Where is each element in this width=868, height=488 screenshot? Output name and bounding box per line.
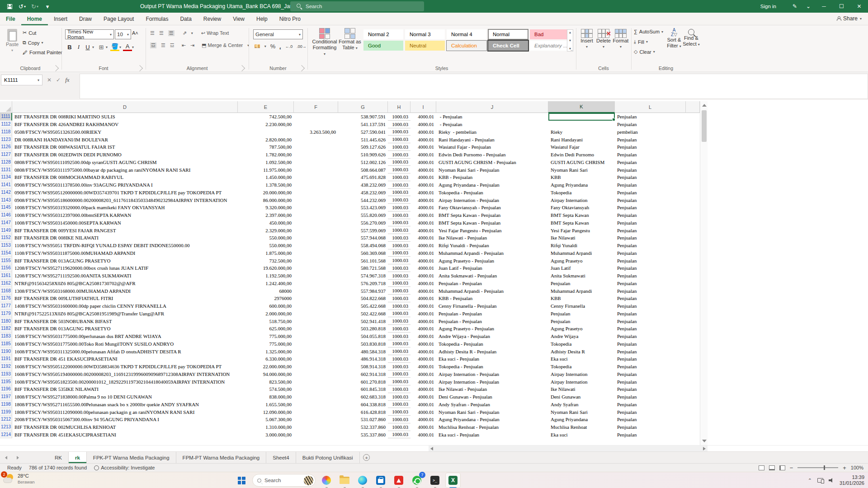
maximize-button[interactable]: ☐ [833,0,850,13]
cell-I1146[interactable]: 4000.01 [410,211,436,219]
cell-J1176[interactable]: KBB - Penjualan [436,295,548,302]
cell-F1152[interactable] [294,234,338,242]
ribbon-tab-review[interactable]: Review [198,13,227,25]
sign-in-button[interactable]: Sign in [760,4,776,9]
row-header-1128[interactable]: 1128 [0,159,12,166]
cell-E1185[interactable]: 775.000,00 [238,340,294,348]
row-header-1143[interactable]: 1143 [0,196,12,204]
cell-H1196[interactable]: 1000.03 [388,385,410,393]
sheet-nav-left-icon[interactable] [0,452,12,463]
cell-H1155[interactable]: 1000.03 [388,257,410,264]
cell-F1182[interactable] [294,325,338,333]
cell-G1192[interactable]: 508.914.318 [338,363,388,371]
ribbon-tab-nitro-pro[interactable]: Nitro Pro [274,13,307,25]
cell-L1143[interactable]: Penjualan [615,196,686,204]
titlebar-search-box[interactable]: Search [290,1,424,11]
cell-E1177[interactable]: 600.000,00 [238,302,294,310]
cell-L1193[interactable]: Penjualan [615,371,686,378]
cell-K1197[interactable]: Deni Gunawan [548,393,615,401]
cell-K1192[interactable]: Tokopedia [548,363,615,371]
cell-D1162[interactable]: NTRF@915634258X0Z6 805@BCA25081730702@@A… [12,280,238,287]
cell-F1214[interactable] [294,431,338,439]
cell-J1118[interactable]: Rieky - pembelian [436,128,548,136]
row-header-1149[interactable]: 1149 [0,226,12,234]
orientation-icon[interactable]: ⇗ [183,30,187,36]
vertical-scroll-thumb[interactable] [702,110,707,142]
bold-button[interactable]: B [65,42,74,52]
cell-I1111[interactable]: 4000.01 [410,113,436,121]
taskbar-search-box[interactable]: Search [252,474,316,487]
row-header-1179[interactable]: 1179 [0,310,12,318]
cell-H1176[interactable]: 1000.03 [388,295,410,302]
cell-I1192[interactable]: 4000.01 [410,363,436,371]
cell-I1212[interactable]: 4000.01 [410,416,436,423]
cell-J1183[interactable]: Andre Wijaya - Penjualan [436,333,548,340]
cell-E1126[interactable]: 787.500,00 [238,143,294,151]
cell-G1126[interactable]: 509.127.626 [338,143,388,151]
cell-I1118[interactable]: 4000.01 [410,128,436,136]
insert-function-icon[interactable]: fx [65,76,69,84]
cell-F1145[interactable] [294,204,338,211]
sheet-tab-fpm-pt-warna-media-packaging[interactable]: FPM-PT Warna Media Packaging [176,452,267,463]
cell-D1131[interactable]: 0808/FTSCY/WS9503111975000.00bayar dp pa… [12,166,238,174]
cell-L1134[interactable]: Penjualan [615,174,686,181]
cell-H1193[interactable]: 1000.03 [388,371,410,378]
undo-button[interactable]: ↺▾ [16,1,28,11]
cell-G1168[interactable]: 557.984.937 [338,287,388,295]
row-header-1142[interactable]: 1142 [0,189,12,197]
cell-K1183[interactable]: Andre Wijaya [548,333,615,340]
cell-J1197[interactable]: Deni Gunawan - Penjualan [436,393,548,401]
cell-I1156[interactable]: 4000.01 [410,264,436,272]
row-header-1168[interactable]: 1168 [0,287,12,295]
cell-K1214[interactable]: Eka suci [548,431,615,439]
select-all-corner[interactable] [0,101,12,113]
cell-H1162[interactable]: 1000.03 [388,280,410,287]
cell-H1191[interactable]: 1000.03 [388,355,410,363]
speaker-icon[interactable] [829,478,834,483]
column-header-H[interactable]: H [388,101,410,113]
cell-F1143[interactable] [294,196,338,204]
cell-J1146[interactable]: BMT Septa Kawan - Penjualan [436,211,548,219]
accessibility-status[interactable]: Accessibility: Investigate [94,465,155,470]
cell-F1154[interactable] [294,249,338,257]
cell-H1141[interactable]: 1000.03 [388,181,410,189]
cell-F1153[interactable] [294,242,338,249]
horizontal-scrollbar[interactable] [429,446,708,452]
save-button[interactable] [4,1,15,11]
cell-H1131[interactable]: 1000.03 [388,166,410,174]
cell-I1123[interactable]: 4000.01 [410,136,436,143]
cell-G1162[interactable]: 576.209.718 [338,280,388,287]
cell-G1195[interactable]: 601.270.818 [338,378,388,385]
cell-F1127[interactable] [294,151,338,159]
copy-button[interactable]: ⧉ Copy ▾ [23,40,43,46]
cell-H1112[interactable]: 1000.03 [388,121,410,128]
cell-style-explanatory[interactable]: Explanatory ... [530,41,570,51]
row-header-1193[interactable]: 1193 [0,371,12,378]
align-bottom-icon[interactable]: ☰ [168,30,175,36]
column-header-L[interactable]: L [615,101,686,113]
merge-center-button[interactable]: ⬒ Merge & Center [202,42,243,48]
cell-J1161[interactable]: Anita Sukmawati - Penjualan [436,272,548,280]
cell-J1168[interactable]: Muhammad Arpandi - Penjualan [436,287,548,295]
grow-font-button[interactable]: A˄ [132,30,138,36]
cell-J1153[interactable]: Rifqi Yunaldi - Penjualan [436,242,548,249]
cell-I1128[interactable]: 4000.01 [410,159,436,166]
cell-I1198[interactable]: 4000.01 [410,401,436,408]
cell-J1177[interactable]: Cenny Firnanella - Penjualan [436,302,548,310]
sheet-tab-sheet4[interactable]: Sheet4 [266,452,296,463]
font-name-select[interactable]: Times New Roman▾ [65,29,114,39]
row-header-1212[interactable]: 1212 [0,416,12,423]
cell-F1149[interactable] [294,226,338,234]
cell-L1112[interactable]: Penjualan [615,121,686,128]
ribbon-tab-insert[interactable]: Insert [48,13,73,25]
cell-J1111[interactable]: - Penjualan [436,113,548,121]
cell-L1142[interactable]: Penjualan [615,189,686,197]
row-header-1147[interactable]: 1147 [0,219,12,227]
cell-L1198[interactable]: Penjualan [615,401,686,408]
cell-L1161[interactable]: Penjualan [615,272,686,280]
cell-H1142[interactable]: 1000.03 [388,189,410,197]
cell-I1145[interactable]: 4000.01 [410,204,436,211]
cell-L1196[interactable]: Penjualan [615,385,686,393]
cell-K1195[interactable]: Airpay Internation [548,378,615,385]
row-header-1154[interactable]: 1154 [0,249,12,257]
